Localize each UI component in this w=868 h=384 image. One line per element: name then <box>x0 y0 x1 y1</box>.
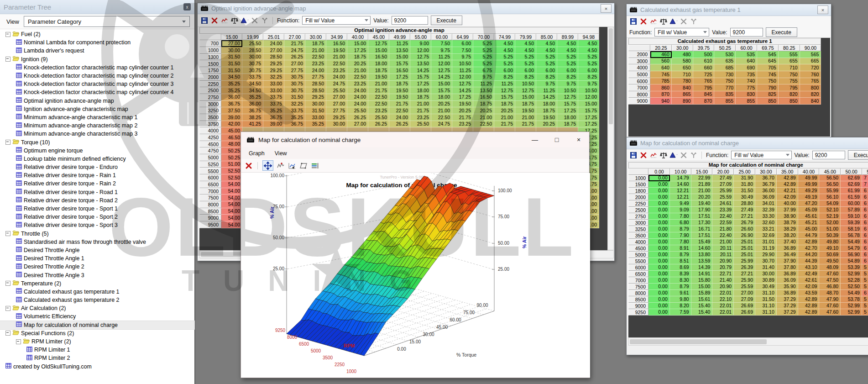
curve-icon[interactable] <box>220 16 228 24</box>
table-cell[interactable]: 33.75 <box>263 94 284 101</box>
table-cell[interactable]: 30.00 <box>755 271 777 277</box>
table-cell[interactable]: 52.50 <box>221 174 242 181</box>
table-cell[interactable]: 9.75 <box>452 54 473 61</box>
table-cell[interactable]: 42.09 <box>798 284 820 290</box>
table-cell[interactable]: 14.25 <box>452 87 473 94</box>
table-cell[interactable]: 27.49 <box>712 175 734 181</box>
table-cell[interactable]: 45.61 <box>798 213 820 220</box>
row-header[interactable]: 6500 <box>199 181 221 188</box>
table-cell[interactable]: 38.29 <box>777 226 798 232</box>
table-cell[interactable]: 17.25 <box>578 121 599 128</box>
table-cell[interactable]: 7.80 <box>670 213 691 220</box>
table-cell[interactable]: 9.75 <box>536 81 557 88</box>
table-cell[interactable]: 47.60 <box>819 271 841 277</box>
table-cell[interactable]: 25.59 <box>734 284 755 290</box>
table-cell[interactable]: 30.00 <box>305 101 326 108</box>
table-cell[interactable]: 6 <box>862 194 868 200</box>
table-cell[interactable]: 0.00 <box>648 181 670 188</box>
table-cell[interactable]: 42.89 <box>777 181 798 188</box>
row-header[interactable]: 1000 <box>628 175 648 181</box>
table-cell[interactable]: 20.25 <box>347 60 368 67</box>
table-cell[interactable]: 0.00 <box>648 303 670 309</box>
table-cell[interactable]: 18.75 <box>389 81 410 88</box>
ignition-window-titlebar[interactable]: Optimal ignition advance-angle map × <box>198 3 614 14</box>
row-header[interactable]: 4750 <box>199 147 221 154</box>
table-cell[interactable]: 16.50 <box>326 40 347 47</box>
table-cell[interactable]: 22.50 <box>326 60 347 67</box>
table-cell[interactable]: 12.00 <box>410 47 431 54</box>
table-cell[interactable]: 825 <box>757 91 779 98</box>
tree-folder[interactable]: RPM Limiter (2) <box>0 337 194 346</box>
row-header[interactable]: 3500 <box>628 232 648 239</box>
table-cell[interactable]: 31.80 <box>734 181 755 188</box>
tree-item[interactable]: Desired Throttle Angle 1 <box>0 254 194 263</box>
table-cell[interactable]: 15.00 <box>368 47 389 54</box>
table-cell[interactable]: 45.00 <box>798 226 820 232</box>
column-header[interactable]: 55.00 <box>410 34 431 41</box>
table-cell[interactable]: 8.79 <box>670 284 691 290</box>
table-cell[interactable]: 29.90 <box>755 252 777 258</box>
compare-icon[interactable] <box>241 16 248 24</box>
table-cell[interactable]: 51.00 <box>819 226 841 232</box>
table-cell[interactable]: 24.00 <box>347 87 368 94</box>
tree-item[interactable]: created by OldSkullTuning.com <box>0 363 194 371</box>
table-cell[interactable]: 22.01 <box>712 309 734 316</box>
row-header[interactable]: 7500 <box>628 284 648 290</box>
table-cell[interactable]: 28.50 <box>242 47 263 54</box>
cut-icon[interactable] <box>251 16 258 24</box>
table-cell[interactable]: 835 <box>714 91 736 98</box>
table-cell[interactable]: 48.00 <box>221 141 242 148</box>
table-cell[interactable]: 29.25 <box>326 114 347 121</box>
table-cell[interactable]: 0.00 <box>648 296 670 303</box>
column-header[interactable]: 15.00 <box>691 168 713 175</box>
column-header[interactable]: 34.99 <box>326 34 347 41</box>
table-cell[interactable]: 20.25 <box>431 101 452 108</box>
table-cell[interactable]: 14.60 <box>691 245 713 252</box>
tree-item[interactable]: Desired Throttle Angle 3 <box>0 271 194 279</box>
table-cell[interactable]: 4.50 <box>536 40 557 47</box>
table-cell[interactable]: 21.00 <box>691 188 713 194</box>
table-cell[interactable]: 56.78 <box>841 232 862 239</box>
table-cell[interactable]: 42.70 <box>798 245 820 252</box>
table-cell[interactable]: 49.99 <box>798 181 820 188</box>
table-cell[interactable]: 5.25 <box>536 60 557 67</box>
table-cell[interactable]: 52.99 <box>841 309 862 316</box>
table-cell[interactable]: 19.50 <box>368 74 389 81</box>
table-cell[interactable]: 5.25 <box>557 54 578 61</box>
row-header[interactable]: 5500 <box>199 168 221 174</box>
tree-item[interactable]: Relative driver desire torque - Road 2 <box>0 196 194 205</box>
table-cell[interactable]: 560 <box>650 58 672 65</box>
table-cell[interactable]: 840 <box>800 98 821 105</box>
table-cell[interactable]: 26.69 <box>734 303 755 309</box>
table-cell[interactable]: 820 <box>779 91 800 98</box>
collapse-icon[interactable] <box>5 281 10 286</box>
row-header[interactable]: 4000 <box>628 64 650 71</box>
table-cell[interactable]: 22.01 <box>712 290 734 296</box>
table-cell[interactable]: 5.25 <box>473 60 494 67</box>
tree-item[interactable]: Relative driver desire torque - Sport 2 <box>0 213 194 221</box>
table-cell[interactable]: 30.70 <box>755 258 777 264</box>
cut-icon[interactable] <box>680 151 687 159</box>
table-cell[interactable]: 15.75 <box>557 101 578 108</box>
table-cell[interactable]: 6 <box>862 226 868 232</box>
table-cell[interactable]: 5.25 <box>494 54 515 61</box>
row-header[interactable]: 7000 <box>628 277 648 284</box>
table-cell[interactable]: 59.10 <box>841 213 862 220</box>
table-cell[interactable]: 37.29 <box>777 303 798 309</box>
table-cell[interactable]: 23.25 <box>347 81 368 88</box>
table-cell[interactable]: 21.75 <box>368 87 389 94</box>
table-cell[interactable]: 31.50 <box>284 94 305 101</box>
save-icon[interactable] <box>629 18 637 26</box>
table-cell[interactable]: 20.25 <box>452 107 473 114</box>
tree-item[interactable]: Minimum advance-angle characteristic map… <box>0 130 194 138</box>
table-cell[interactable]: 765 <box>693 78 715 85</box>
table-cell[interactable]: 56.50 <box>819 181 841 188</box>
table-cell[interactable]: 31.50 <box>221 67 242 74</box>
table-cell[interactable]: 25.50 <box>326 87 347 94</box>
column-header[interactable]: 60.00 <box>431 34 452 41</box>
table-cell[interactable]: 19.50 <box>452 101 473 108</box>
table-cell[interactable]: 12.00 <box>578 94 599 101</box>
table-cell[interactable]: 49.19 <box>798 194 820 200</box>
table-cell[interactable]: 31.50 <box>734 188 755 194</box>
table-cell[interactable]: 18.75 <box>494 101 515 108</box>
